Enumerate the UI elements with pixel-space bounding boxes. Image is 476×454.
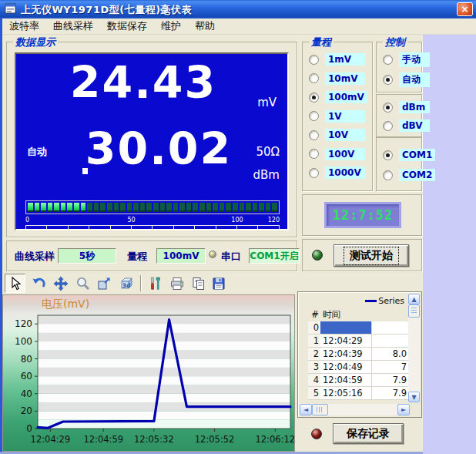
menu-item-2[interactable]: 曲线采样 <box>46 18 100 35</box>
save-record-button[interactable]: 保存记录 <box>333 423 404 444</box>
scroll-down-icon[interactable]: ▼ <box>408 392 420 402</box>
radio-icon[interactable] <box>309 73 319 83</box>
range-option-100V[interactable]: 100V <box>309 146 365 162</box>
unit-group: dBmdBV <box>376 94 422 137</box>
digital-clock: 12:7:52 <box>324 202 401 228</box>
control-option-手动[interactable]: 手动 <box>383 52 430 67</box>
secondary-reading: 30.02 <box>62 123 255 174</box>
sampling-value-field[interactable]: 5秒 <box>58 248 116 264</box>
zoom-icon[interactable] <box>72 274 93 293</box>
port-option-COM1[interactable]: COM1 <box>383 147 435 163</box>
table-row[interactable]: 312:04:497 <box>308 361 408 374</box>
scroll-up-icon[interactable]: ▲ <box>408 294 420 304</box>
vertical-scroll-thumb[interactable] <box>408 304 420 318</box>
table-row[interactable]: 0 <box>308 321 408 335</box>
unit-option-dBV[interactable]: dBV <box>383 118 430 133</box>
radio-icon[interactable] <box>309 111 319 121</box>
primary-reading: 24.43 <box>39 57 247 108</box>
bar-segment <box>233 203 238 212</box>
table-row[interactable]: 212:04:398.0 <box>308 348 408 361</box>
radio-icon[interactable] <box>383 121 393 131</box>
table-row[interactable]: 412:04:597.9 <box>308 374 408 387</box>
time-cell[interactable]: 12:04:29 <box>320 335 371 348</box>
range-option-1000V[interactable]: 1000V <box>309 165 365 180</box>
control-option-自动[interactable]: 自动 <box>383 72 430 87</box>
zoom-out-icon[interactable] <box>93 274 114 293</box>
range-option-1mV[interactable]: 1mV <box>309 52 365 67</box>
range-option-10V[interactable]: 10V <box>309 127 365 143</box>
row-index-cell[interactable]: 2 <box>308 348 320 361</box>
menu-item-4[interactable]: 维护 <box>154 18 188 35</box>
row-index-cell[interactable]: 3 <box>308 361 320 374</box>
bar-segment <box>220 203 225 212</box>
row-index-cell[interactable]: 0 <box>308 321 320 335</box>
title-bar[interactable]: 上无仪WY1971D型(七量程)毫伏表 × <box>0 0 476 18</box>
time-cell[interactable]: 12:04:59 <box>320 374 371 387</box>
value-cell[interactable]: 7 <box>371 361 408 374</box>
data-grid: # 时间 0112:04:29212:04:398.0312:04:497412… <box>308 308 408 402</box>
3d-icon[interactable]: 3d <box>116 274 136 293</box>
bar-segment <box>67 203 72 212</box>
radio-selected-icon[interactable] <box>383 75 393 85</box>
close-button[interactable]: × <box>457 2 473 16</box>
voltage-chart[interactable]: 02040608010012012:04:2912:04:5912:05:321… <box>3 295 296 452</box>
range-option-1V[interactable]: 1V <box>309 109 365 124</box>
radio-icon[interactable] <box>309 168 319 178</box>
save-icon[interactable] <box>208 274 229 293</box>
bar-segment <box>193 203 198 212</box>
table-row[interactable]: 112:04:29 <box>308 335 408 348</box>
undo-icon[interactable] <box>28 274 49 293</box>
radio-icon[interactable] <box>309 130 319 140</box>
menu-item-3[interactable]: 数据保存 <box>100 18 154 35</box>
radio-label: 手动 <box>399 52 430 67</box>
radio-selected-icon[interactable] <box>383 103 393 113</box>
grid-rows: 0112:04:29212:04:398.0312:04:497412:04:5… <box>308 321 408 400</box>
port-option-COM2[interactable]: COM2 <box>383 167 435 183</box>
menu-item-1[interactable]: 波特率 <box>2 18 46 35</box>
value-cell[interactable]: 8.0 <box>371 348 408 361</box>
table-row[interactable]: 512:05:167.9 <box>308 387 408 400</box>
value-cell[interactable]: 7.9 <box>371 387 408 400</box>
range-option-100mV[interactable]: 100mV <box>309 89 367 105</box>
row-index-cell[interactable]: 4 <box>308 374 320 387</box>
primary-unit: mV <box>257 96 277 109</box>
bar-segment <box>272 203 277 212</box>
copy-icon[interactable] <box>188 274 209 293</box>
svg-text:80: 80 <box>21 354 32 365</box>
chart-legend: Series <box>365 296 404 306</box>
radio-selected-icon[interactable] <box>383 150 393 160</box>
menu-item-5[interactable]: 帮助 <box>188 18 222 35</box>
time-cell[interactable]: 12:04:39 <box>320 348 371 361</box>
horizontal-scroll-thumb[interactable] <box>312 404 328 415</box>
print-icon[interactable] <box>166 274 187 293</box>
time-cell[interactable]: 12:04:49 <box>320 361 371 374</box>
time-cell[interactable]: 12:05:16 <box>320 387 371 400</box>
tools-icon[interactable] <box>144 274 165 293</box>
pan-icon[interactable] <box>50 274 71 293</box>
time-cell[interactable] <box>320 321 371 335</box>
value-cell[interactable] <box>371 335 408 348</box>
value-cell[interactable]: 7.9 <box>371 374 408 387</box>
vertical-scrollbar[interactable]: ▲ ▼ <box>408 294 420 402</box>
radio-icon[interactable] <box>309 55 319 65</box>
value-cell[interactable] <box>371 321 408 335</box>
radio-icon[interactable] <box>383 55 393 65</box>
pointer-tool-icon[interactable] <box>5 274 25 293</box>
scroll-left-icon[interactable]: ◄ <box>300 404 312 415</box>
lcd-display: 24.43 mV 自动 30.02 50Ω dBm 050100120 <box>15 52 289 230</box>
range-option-10mV[interactable]: 10mV <box>309 71 365 86</box>
bar-segment <box>127 203 132 212</box>
row-index-cell[interactable]: 5 <box>308 387 320 400</box>
start-test-button[interactable]: 测试开始 <box>334 244 409 267</box>
svg-text:12:06:12: 12:06:12 <box>255 434 295 445</box>
radio-selected-icon[interactable] <box>309 92 319 103</box>
app-icon[interactable] <box>5 3 17 15</box>
port-value-field[interactable]: COM1开启 <box>249 248 300 264</box>
horizontal-scrollbar[interactable]: ◄ ► <box>300 404 410 415</box>
unit-option-dBm[interactable]: dBm <box>383 99 430 115</box>
radio-icon[interactable] <box>383 170 393 180</box>
row-index-cell[interactable]: 1 <box>308 335 320 348</box>
radio-icon[interactable] <box>309 149 319 159</box>
range-value-field[interactable]: 100mV <box>156 248 206 264</box>
scroll-right-icon[interactable]: ► <box>397 404 410 415</box>
